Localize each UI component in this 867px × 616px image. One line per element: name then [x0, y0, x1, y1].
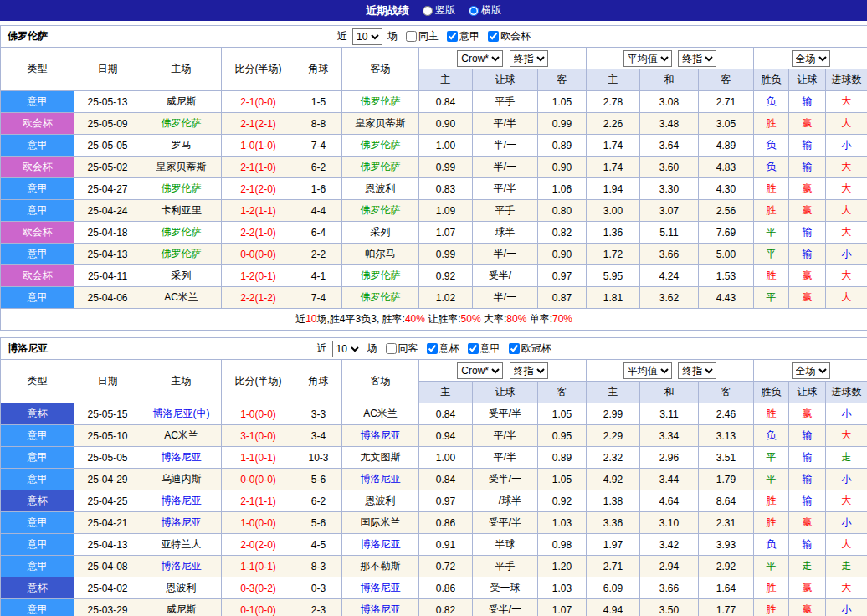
- home-team-cell: 卡利亚里: [141, 200, 222, 222]
- handicap-result-cell: 赢: [789, 403, 826, 425]
- filter-checkbox-input[interactable]: [447, 31, 458, 42]
- date-cell: 25-04-29: [74, 469, 141, 490]
- euro-away-odds-cell: 4.89: [699, 135, 754, 157]
- score-cell: 1-0(0-0): [222, 403, 295, 425]
- euro-company-select[interactable]: 平均值: [623, 50, 672, 67]
- col-header-date: 日期: [74, 360, 141, 403]
- filter-checkbox[interactable]: 欧会杯: [488, 29, 531, 44]
- euro-home-odds-cell: 6.09: [587, 578, 640, 599]
- asia-handicap-cell: 受一球: [473, 578, 538, 599]
- result-cell: 胜: [754, 113, 789, 135]
- corners-cell: 6-4: [295, 222, 342, 244]
- date-cell: 25-04-21: [74, 512, 141, 534]
- goals-result-cell: 走: [826, 447, 867, 469]
- euro-away-odds-cell: 4.83: [699, 157, 754, 178]
- euro-time-select[interactable]: 终指: [678, 50, 716, 67]
- recent-count-select[interactable]: 10: [352, 28, 382, 45]
- euro-odds-select-cell: 平均值 终指: [587, 48, 754, 69]
- handicap-result-cell: 输: [789, 534, 826, 556]
- home-team-cell: 佛罗伦萨: [141, 244, 222, 265]
- asia-company-select[interactable]: Crow*: [457, 50, 503, 67]
- home-team-cell: 博洛尼亚: [141, 447, 222, 469]
- filter-checkbox[interactable]: 同客: [386, 341, 418, 356]
- handicap-result-cell: 输: [789, 91, 826, 113]
- filter-checkbox-input[interactable]: [386, 343, 397, 354]
- euro-draw-odds-cell: 3.30: [640, 178, 699, 200]
- horizontal-radio-input[interactable]: [469, 6, 479, 16]
- corners-cell: 6-2: [295, 490, 342, 512]
- section-bologna: 博洛尼亚 近 10 场 同客意杯意甲欧冠杯 类型 日期 主场 比分(半场) 角球…: [0, 337, 867, 616]
- asia-home-odds-cell: 0.99: [419, 244, 473, 265]
- handicap-result-cell: 输: [789, 447, 826, 469]
- corners-cell: 8-3: [295, 556, 342, 578]
- euro-home-odds-cell: 2.78: [587, 91, 640, 113]
- score-cell: 2-1(2-1): [222, 113, 295, 135]
- filter-checkbox[interactable]: 欧冠杯: [509, 341, 551, 356]
- league-cell: 意甲: [1, 135, 74, 157]
- filter-checkbox[interactable]: 意甲: [447, 29, 480, 44]
- filter-checkbox-input[interactable]: [509, 343, 520, 354]
- result-cell: 平: [754, 222, 789, 244]
- filter-checkbox[interactable]: 同主: [406, 29, 439, 44]
- league-cell: 意甲: [1, 287, 74, 309]
- match-row: 意甲25-03-29威尼斯0-1(0-0)2-3博洛尼亚0.82受半/一1.07…: [1, 599, 867, 616]
- date-cell: 25-04-25: [74, 490, 141, 512]
- euro-home-odds-cell: 2.26: [587, 113, 640, 135]
- euro-company-select[interactable]: 平均值: [623, 362, 672, 379]
- match-row: 欧会杯25-05-02皇家贝蒂斯2-1(1-0)6-2佛罗伦萨0.99半/一0.…: [1, 157, 867, 178]
- filter-checkbox-input[interactable]: [488, 31, 499, 42]
- euro-draw-odds-cell: 3.48: [640, 113, 699, 135]
- asia-away-odds-cell: 0.95: [538, 425, 587, 447]
- asia-time-select[interactable]: 终指: [510, 362, 548, 379]
- home-team-cell: 佛罗伦萨: [141, 113, 222, 135]
- asia-home-odds-cell: 0.90: [419, 113, 473, 135]
- asia-home-odds-cell: 1.00: [419, 135, 473, 157]
- section-header-row: 佛罗伦萨 近 10 场 同主意甲欧会杯: [1, 26, 867, 48]
- handicap-result-cell: 赢: [789, 578, 826, 599]
- home-team-cell: 博洛尼亚(中): [141, 403, 222, 425]
- asia-handicap-cell: 平/半: [473, 113, 538, 135]
- filter-checkbox-input[interactable]: [468, 343, 479, 354]
- filter-checkbox[interactable]: 意甲: [468, 341, 500, 356]
- col-header-result: 胜负: [754, 382, 789, 403]
- euro-away-odds-cell: 2.92: [699, 556, 754, 578]
- asia-company-select[interactable]: Crow*: [457, 362, 503, 379]
- euro-draw-odds-cell: 3.64: [640, 135, 699, 157]
- euro-home-odds-cell: 4.92: [587, 469, 640, 490]
- filter-checkbox-input[interactable]: [427, 343, 438, 354]
- layout-radio-horizontal[interactable]: 横版: [469, 3, 501, 18]
- filter-checkbox[interactable]: 意杯: [427, 341, 459, 356]
- euro-time-select[interactable]: 终指: [678, 362, 716, 379]
- result-cell: 负: [754, 157, 789, 178]
- euro-away-odds-cell: 3.93: [699, 534, 754, 556]
- euro-draw-odds-cell: 3.66: [640, 244, 699, 265]
- asia-time-select[interactable]: 终指: [510, 50, 548, 67]
- asia-away-odds-cell: 0.99: [538, 113, 587, 135]
- corners-cell: 4-1: [295, 265, 342, 287]
- col-header-euro-away: 客: [699, 382, 754, 403]
- home-team-cell: 乌迪内斯: [141, 469, 222, 490]
- home-team-cell: 博洛尼亚: [141, 556, 222, 578]
- filter-checkbox-input[interactable]: [406, 31, 417, 42]
- away-team-cell: 佛罗伦萨: [342, 91, 419, 113]
- result-cell: 平: [754, 447, 789, 469]
- euro-home-odds-cell: 1.38: [587, 490, 640, 512]
- match-rows: 意甲25-05-13威尼斯2-1(0-0)1-5佛罗伦萨0.84平手1.052.…: [1, 91, 867, 309]
- away-team-cell: 博洛尼亚: [342, 578, 419, 599]
- corners-cell: 1-6: [295, 178, 342, 200]
- scope-select[interactable]: 全场: [792, 362, 830, 379]
- score-cell: 1-2(0-1): [222, 265, 295, 287]
- layout-radio-vertical[interactable]: 竖版: [423, 3, 455, 18]
- recent-count-select[interactable]: 10: [332, 341, 362, 357]
- away-team-cell: 佛罗伦萨: [342, 265, 419, 287]
- match-row: 意甲25-05-05罗马1-0(1-0)7-4佛罗伦萨1.00半/一0.891.…: [1, 135, 867, 157]
- col-header-away: 客场: [342, 360, 419, 403]
- match-row: 意甲25-04-21博洛尼亚1-0(0-0)5-6国际米兰0.86受平/半1.0…: [1, 512, 867, 534]
- filter-checkbox-label: 意甲: [480, 341, 500, 356]
- scope-select[interactable]: 全场: [792, 50, 830, 67]
- score-cell: 1-1(0-1): [222, 556, 295, 578]
- vertical-radio-input[interactable]: [423, 6, 433, 16]
- euro-away-odds-cell: 7.69: [699, 222, 754, 244]
- date-cell: 25-05-05: [74, 447, 141, 469]
- away-team-cell: 恩波利: [342, 490, 419, 512]
